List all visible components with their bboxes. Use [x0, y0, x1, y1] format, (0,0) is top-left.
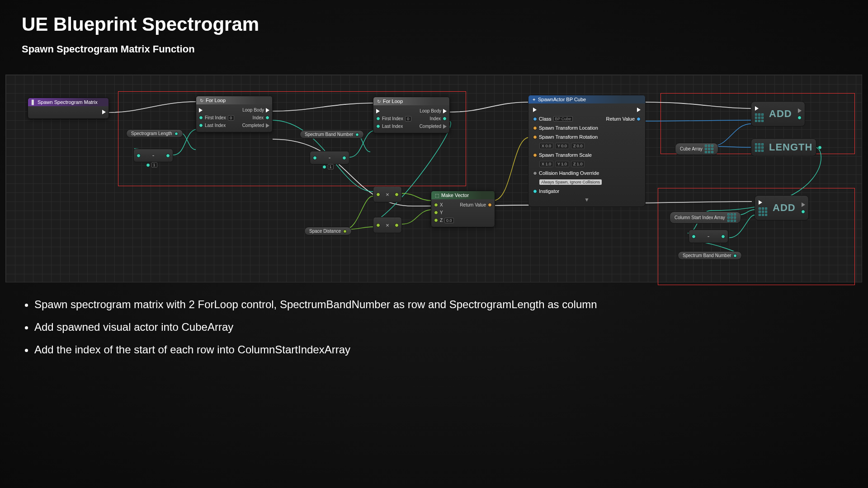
x-pin[interactable]: X [440, 202, 443, 207]
exec-in-icon[interactable] [755, 106, 759, 111]
z-pin[interactable]: Z [440, 218, 443, 223]
pin-dot-icon[interactable] [376, 117, 380, 121]
pin-out-icon[interactable] [818, 145, 822, 150]
pin-in-icon[interactable] [376, 192, 380, 197]
pin-dot-icon[interactable] [146, 163, 150, 167]
class-value[interactable]: BP Cube [553, 116, 573, 122]
completed-pin[interactable]: Completed [242, 123, 264, 128]
index-pin[interactable]: Index [430, 116, 441, 121]
collision-pin[interactable]: Collision Handling Override [539, 170, 599, 176]
spectrum-band-number-var[interactable]: Spectrum Band Number [300, 130, 364, 139]
multiply-node-2[interactable]: × [373, 217, 402, 233]
subtract-value[interactable]: 1 [151, 162, 157, 168]
array-add-node[interactable]: ADD [751, 101, 805, 127]
var-label: Cube Array [680, 146, 703, 151]
first-index-value[interactable]: 0 [228, 115, 234, 121]
scl-z[interactable]: Z 1.0 [571, 161, 585, 167]
loop-body-pin[interactable]: Loop Body [242, 108, 264, 113]
exec-out-icon[interactable] [798, 108, 802, 113]
collision-value[interactable]: Always Spawn, Ignore Collisions [539, 179, 602, 185]
class-pin[interactable]: Class [539, 116, 552, 122]
return-pin[interactable]: Return Value [606, 116, 635, 122]
pin-in-icon[interactable] [376, 223, 380, 227]
multiply-node-1[interactable]: × [373, 186, 402, 202]
make-vector-node[interactable]: ⬚ Make Vector X Return Value Y Z0.0 [431, 191, 495, 227]
pin-in-icon[interactable] [137, 154, 141, 158]
pin-out-icon[interactable] [801, 210, 805, 214]
var-label: Spectrum Band Number [683, 253, 731, 258]
subtract-node-bottom[interactable]: - [689, 230, 728, 243]
pin-out-icon[interactable] [797, 116, 802, 120]
exec-in-icon[interactable] [199, 108, 203, 113]
last-index-pin[interactable]: Last Index [382, 124, 403, 129]
pin-dot-icon[interactable] [533, 153, 537, 157]
pin-dot-icon[interactable] [533, 135, 537, 139]
completed-pin[interactable]: Completed [420, 124, 441, 129]
rot-z[interactable]: Z 0.0 [571, 143, 585, 149]
pin-dot-icon[interactable] [533, 126, 537, 130]
rot-y[interactable]: Y 0.0 [555, 143, 569, 149]
pin-dot-icon[interactable] [199, 116, 203, 120]
spawn-actor-node[interactable]: ✦ SpawnActor BP Cube Class BP Cube Retur… [528, 95, 646, 207]
instigator-pin[interactable]: Instigator [539, 188, 559, 194]
exec-in-icon[interactable] [759, 200, 762, 205]
rot-x[interactable]: X 0.0 [539, 143, 553, 149]
exec-out-icon[interactable] [802, 202, 805, 207]
pin-out-icon[interactable] [721, 235, 725, 239]
exec-out-icon[interactable] [637, 108, 641, 112]
bullet-item: Spawn spectrogram matrix with 2 ForLoop … [34, 298, 597, 311]
pin-dot-icon[interactable] [533, 189, 537, 193]
scale-pin[interactable]: Spawn Transform Scale [539, 152, 592, 158]
space-distance-var[interactable]: Space Distance [304, 227, 352, 235]
pin-in-icon[interactable] [692, 235, 696, 239]
pin-dot-icon[interactable] [376, 124, 380, 128]
location-pin[interactable]: Spawn Transform Location [539, 125, 598, 131]
entry-title: Spawn Spectrogram Matrix [38, 99, 98, 105]
pin-dot-icon[interactable] [434, 211, 438, 215]
pin-in-icon[interactable] [313, 156, 317, 160]
first-index-pin[interactable]: First Index [382, 116, 403, 121]
cube-array-var[interactable]: Cube Array [675, 143, 718, 155]
first-index-value[interactable]: 0 [405, 116, 411, 122]
exec-in-icon[interactable] [533, 108, 537, 112]
y-pin[interactable]: Y [440, 210, 443, 215]
collapse-icon[interactable]: ▼ [531, 196, 642, 204]
first-index-pin[interactable]: First Index [205, 115, 226, 120]
minus-op: - [329, 154, 331, 161]
spectrum-band-number-var-bottom[interactable]: Spectrum Band Number [678, 251, 742, 260]
scl-y[interactable]: Y 1.0 [555, 161, 569, 167]
loop-body-pin[interactable]: Loop Body [420, 108, 441, 113]
z-value[interactable]: 0.0 [444, 218, 454, 223]
blueprint-canvas[interactable]: ▋ Spawn Spectrogram Matrix ↻ For Loop Lo… [5, 75, 862, 282]
pin-dot-icon[interactable] [434, 218, 438, 222]
pin-out-icon[interactable] [166, 154, 170, 158]
index-pin[interactable]: Index [253, 115, 264, 120]
subtract-node-2[interactable]: - [310, 151, 349, 164]
make-vector-title: Make Vector [441, 192, 469, 198]
pin-dot-icon[interactable] [533, 117, 537, 121]
pin-dot-icon[interactable] [199, 123, 203, 127]
pin-out-icon[interactable] [395, 192, 399, 197]
last-index-pin[interactable]: Last Index [205, 123, 226, 128]
spectrogram-length-var[interactable]: Spectrogram Length [126, 129, 183, 138]
spawn-icon: ✦ [532, 97, 536, 102]
pin-out-icon[interactable] [395, 223, 399, 227]
array-add-node-bottom[interactable]: ADD [755, 195, 809, 221]
entry-node[interactable]: ▋ Spawn Spectrogram Matrix [28, 98, 109, 119]
scl-x[interactable]: X 1.0 [539, 161, 553, 167]
pin-dot-icon[interactable] [322, 165, 326, 169]
rotation-pin[interactable]: Spawn Transform Rotation [539, 134, 598, 140]
return-pin[interactable]: Return Value [460, 202, 486, 207]
pin-out-icon[interactable] [342, 156, 346, 160]
forloop-outer-node[interactable]: ↻ For Loop Loop Body First Index0 Index … [196, 96, 273, 132]
page-title: UE Blueprint Spectrogram [0, 0, 868, 35]
pin-dot-icon[interactable] [434, 203, 438, 207]
pin-dot-icon[interactable] [533, 171, 537, 175]
column-start-index-array-var[interactable]: Column Start Index Array [670, 211, 741, 224]
subtract-node-1[interactable]: - [133, 149, 173, 162]
array-length-node[interactable]: LENGTH [751, 138, 816, 156]
exec-in-icon[interactable] [376, 109, 380, 113]
forloop-inner-node[interactable]: ↻ For Loop Loop Body First Index0 Index … [373, 97, 450, 133]
subtract-value[interactable]: 1 [328, 164, 334, 169]
exec-out-icon[interactable] [102, 110, 106, 114]
